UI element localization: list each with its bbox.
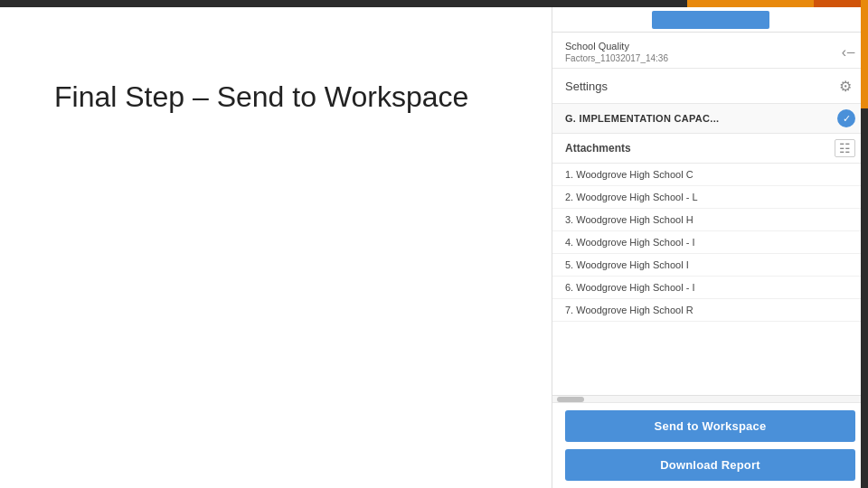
file-name-row: School Quality Factors_11032017_14:36 ‹‒ xyxy=(552,33,868,69)
h-scroll-thumb xyxy=(557,397,584,402)
attachments-header: Attachments ☷ xyxy=(552,134,868,164)
list-item: 6. Woodgrove High School - I xyxy=(552,277,868,299)
file-name-line1: School Quality xyxy=(565,40,668,52)
send-workspace-button[interactable]: Send to Workspace xyxy=(565,410,855,442)
attachment-list: 1. Woodgrove High School C 2. Woodgrove … xyxy=(552,164,868,395)
right-edge-accent xyxy=(861,0,868,108)
section-header: G. IMPLEMENTATION CAPAC... ✓ xyxy=(552,104,868,134)
right-edge-bar xyxy=(861,0,868,488)
panel-top-bar xyxy=(552,7,868,33)
horizontal-scroll[interactable] xyxy=(552,395,868,402)
list-item: 7. Woodgrove High School R xyxy=(552,299,868,322)
list-item: 5. Woodgrove High School I xyxy=(552,254,868,277)
attachments-list-icon[interactable]: ☷ xyxy=(835,139,855,157)
file-arrow-icon[interactable]: ‹‒ xyxy=(842,43,855,61)
settings-label: Settings xyxy=(565,80,608,93)
left-area: Final Step – Send to Workspace xyxy=(0,7,552,488)
panel-top-bar-inner xyxy=(652,11,769,29)
file-name-text: School Quality Factors_11032017_14:36 xyxy=(565,40,668,64)
check-circle-icon: ✓ xyxy=(837,109,855,127)
page-title: Final Step – Send to Workspace xyxy=(54,80,468,114)
list-item: 2. Woodgrove High School - L xyxy=(552,186,868,209)
file-name-line2: Factors_11032017_14:36 xyxy=(565,52,668,64)
download-report-button[interactable]: Download Report xyxy=(565,449,855,481)
settings-row: Settings ⚙ xyxy=(552,69,868,104)
top-bar xyxy=(0,0,868,7)
settings-icon[interactable]: ⚙ xyxy=(835,76,855,96)
list-item: 3. Woodgrove High School H xyxy=(552,209,868,231)
list-item: 1. Woodgrove High School C xyxy=(552,164,868,186)
top-bar-accent2 xyxy=(814,0,868,7)
buttons-area: Send to Workspace Download Report xyxy=(552,402,868,488)
list-item: 4. Woodgrove High School - I xyxy=(552,231,868,254)
section-header-text: G. IMPLEMENTATION CAPAC... xyxy=(565,113,719,124)
right-panel: School Quality Factors_11032017_14:36 ‹‒… xyxy=(552,7,868,488)
attachments-label: Attachments xyxy=(565,142,631,155)
